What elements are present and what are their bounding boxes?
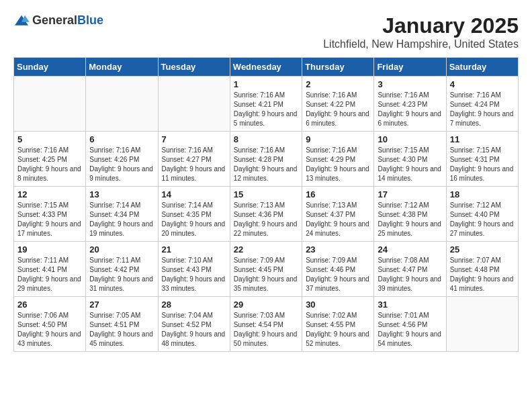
day-info: Sunrise: 7:04 AMSunset: 4:52 PMDaylight:…	[162, 311, 226, 349]
calendar-cell: 27Sunrise: 7:05 AMSunset: 4:51 PMDayligh…	[86, 297, 158, 352]
day-info: Sunrise: 7:09 AMSunset: 4:46 PMDaylight:…	[306, 256, 370, 293]
day-info: Sunrise: 7:16 AMSunset: 4:28 PMDaylight:…	[234, 146, 298, 183]
month-title: January 2025	[323, 13, 519, 38]
day-info: Sunrise: 7:09 AMSunset: 4:45 PMDaylight:…	[234, 256, 298, 293]
calendar-cell: 28Sunrise: 7:04 AMSunset: 4:52 PMDayligh…	[158, 297, 230, 352]
calendar-cell: 6Sunrise: 7:16 AMSunset: 4:26 PMDaylight…	[86, 132, 158, 187]
calendar-cell: 16Sunrise: 7:13 AMSunset: 4:37 PMDayligh…	[302, 187, 374, 242]
weekday-friday: Friday	[374, 58, 446, 77]
day-info: Sunrise: 7:12 AMSunset: 4:38 PMDaylight:…	[378, 201, 442, 238]
day-number: 4	[450, 79, 515, 89]
week-row-3: 19Sunrise: 7:11 AMSunset: 4:41 PMDayligh…	[14, 242, 519, 297]
calendar-cell: 11Sunrise: 7:15 AMSunset: 4:31 PMDayligh…	[446, 132, 518, 187]
day-number: 26	[17, 300, 82, 310]
calendar-cell	[446, 297, 518, 352]
day-info: Sunrise: 7:16 AMSunset: 4:23 PMDaylight:…	[378, 91, 442, 128]
weekday-sunday: Sunday	[14, 58, 86, 77]
day-number: 29	[234, 300, 298, 310]
day-number: 13	[89, 189, 154, 199]
day-number: 22	[234, 244, 298, 255]
calendar-cell: 26Sunrise: 7:06 AMSunset: 4:50 PMDayligh…	[14, 297, 86, 352]
day-info: Sunrise: 7:06 AMSunset: 4:50 PMDaylight:…	[17, 311, 82, 349]
day-info: Sunrise: 7:16 AMSunset: 4:22 PMDaylight:…	[306, 91, 370, 128]
day-number: 31	[378, 300, 442, 310]
calendar-cell: 18Sunrise: 7:12 AMSunset: 4:40 PMDayligh…	[446, 187, 518, 242]
day-number: 20	[89, 244, 154, 255]
weekday-saturday: Saturday	[446, 58, 518, 77]
day-number: 3	[378, 79, 442, 89]
day-number: 2	[306, 79, 370, 89]
day-number: 28	[162, 300, 226, 310]
weekday-wednesday: Wednesday	[230, 58, 302, 77]
calendar-cell: 25Sunrise: 7:07 AMSunset: 4:48 PMDayligh…	[446, 242, 518, 297]
header: GeneralBlue January 2025 Litchfield, New…	[13, 13, 519, 50]
day-info: Sunrise: 7:14 AMSunset: 4:35 PMDaylight:…	[162, 201, 226, 238]
logo-icon	[13, 14, 30, 28]
calendar-cell: 17Sunrise: 7:12 AMSunset: 4:38 PMDayligh…	[374, 187, 446, 242]
calendar-cell: 9Sunrise: 7:16 AMSunset: 4:29 PMDaylight…	[302, 132, 374, 187]
week-row-0: 1Sunrise: 7:16 AMSunset: 4:21 PMDaylight…	[14, 77, 519, 132]
day-info: Sunrise: 7:08 AMSunset: 4:47 PMDaylight:…	[378, 256, 442, 293]
day-info: Sunrise: 7:15 AMSunset: 4:30 PMDaylight:…	[378, 146, 442, 183]
day-number: 23	[306, 244, 370, 255]
day-number: 11	[450, 134, 515, 144]
day-number: 27	[89, 300, 154, 310]
day-number: 19	[17, 244, 82, 255]
calendar-cell: 21Sunrise: 7:10 AMSunset: 4:43 PMDayligh…	[158, 242, 230, 297]
calendar-cell: 30Sunrise: 7:02 AMSunset: 4:55 PMDayligh…	[302, 297, 374, 352]
weekday-tuesday: Tuesday	[158, 58, 230, 77]
calendar-cell: 1Sunrise: 7:16 AMSunset: 4:21 PMDaylight…	[230, 77, 302, 132]
day-info: Sunrise: 7:16 AMSunset: 4:25 PMDaylight:…	[17, 146, 82, 183]
day-number: 12	[17, 189, 82, 199]
day-info: Sunrise: 7:11 AMSunset: 4:41 PMDaylight:…	[17, 256, 82, 293]
day-info: Sunrise: 7:15 AMSunset: 4:31 PMDaylight:…	[450, 146, 515, 183]
weekday-thursday: Thursday	[302, 58, 374, 77]
logo-general: GeneralBlue	[32, 13, 103, 28]
calendar-cell: 5Sunrise: 7:16 AMSunset: 4:25 PMDaylight…	[14, 132, 86, 187]
calendar-cell: 19Sunrise: 7:11 AMSunset: 4:41 PMDayligh…	[14, 242, 86, 297]
day-number: 7	[162, 134, 226, 144]
day-info: Sunrise: 7:16 AMSunset: 4:27 PMDaylight:…	[162, 146, 226, 183]
calendar-cell: 2Sunrise: 7:16 AMSunset: 4:22 PMDaylight…	[302, 77, 374, 132]
calendar-cell	[158, 77, 230, 132]
day-info: Sunrise: 7:14 AMSunset: 4:34 PMDaylight:…	[89, 201, 154, 238]
calendar-cell: 3Sunrise: 7:16 AMSunset: 4:23 PMDaylight…	[374, 77, 446, 132]
day-info: Sunrise: 7:16 AMSunset: 4:26 PMDaylight:…	[89, 146, 154, 183]
title-area: January 2025 Litchfield, New Hampshire, …	[323, 13, 519, 50]
week-row-4: 26Sunrise: 7:06 AMSunset: 4:50 PMDayligh…	[14, 297, 519, 352]
day-info: Sunrise: 7:12 AMSunset: 4:40 PMDaylight:…	[450, 201, 515, 238]
day-info: Sunrise: 7:05 AMSunset: 4:51 PMDaylight:…	[89, 311, 154, 349]
day-info: Sunrise: 7:11 AMSunset: 4:42 PMDaylight:…	[89, 256, 154, 293]
week-row-1: 5Sunrise: 7:16 AMSunset: 4:25 PMDaylight…	[14, 132, 519, 187]
calendar-cell: 10Sunrise: 7:15 AMSunset: 4:30 PMDayligh…	[374, 132, 446, 187]
calendar-cell: 8Sunrise: 7:16 AMSunset: 4:28 PMDaylight…	[230, 132, 302, 187]
day-info: Sunrise: 7:16 AMSunset: 4:21 PMDaylight:…	[234, 91, 298, 128]
weekday-header-row: SundayMondayTuesdayWednesdayThursdayFrid…	[14, 58, 519, 77]
day-number: 8	[234, 134, 298, 144]
day-number: 30	[306, 300, 370, 310]
location-title: Litchfield, New Hampshire, United States	[323, 38, 519, 50]
day-info: Sunrise: 7:15 AMSunset: 4:33 PMDaylight:…	[17, 201, 82, 238]
calendar-cell	[14, 77, 86, 132]
calendar-cell: 23Sunrise: 7:09 AMSunset: 4:46 PMDayligh…	[302, 242, 374, 297]
day-number: 5	[17, 134, 82, 144]
day-number: 25	[450, 244, 515, 255]
weekday-monday: Monday	[86, 58, 158, 77]
logo: GeneralBlue	[13, 13, 103, 28]
day-number: 10	[378, 134, 442, 144]
day-info: Sunrise: 7:02 AMSunset: 4:55 PMDaylight:…	[306, 311, 370, 349]
day-info: Sunrise: 7:16 AMSunset: 4:24 PMDaylight:…	[450, 91, 515, 128]
day-info: Sunrise: 7:01 AMSunset: 4:56 PMDaylight:…	[378, 311, 442, 349]
day-info: Sunrise: 7:10 AMSunset: 4:43 PMDaylight:…	[162, 256, 226, 293]
calendar-cell: 14Sunrise: 7:14 AMSunset: 4:35 PMDayligh…	[158, 187, 230, 242]
calendar-table: SundayMondayTuesdayWednesdayThursdayFrid…	[13, 57, 519, 352]
day-info: Sunrise: 7:03 AMSunset: 4:54 PMDaylight:…	[234, 311, 298, 349]
calendar-cell: 13Sunrise: 7:14 AMSunset: 4:34 PMDayligh…	[86, 187, 158, 242]
day-number: 17	[378, 189, 442, 199]
calendar-cell: 22Sunrise: 7:09 AMSunset: 4:45 PMDayligh…	[230, 242, 302, 297]
day-info: Sunrise: 7:13 AMSunset: 4:36 PMDaylight:…	[234, 201, 298, 238]
day-number: 21	[162, 244, 226, 255]
calendar-cell: 29Sunrise: 7:03 AMSunset: 4:54 PMDayligh…	[230, 297, 302, 352]
calendar-cell: 4Sunrise: 7:16 AMSunset: 4:24 PMDaylight…	[446, 77, 518, 132]
day-info: Sunrise: 7:07 AMSunset: 4:48 PMDaylight:…	[450, 256, 515, 293]
